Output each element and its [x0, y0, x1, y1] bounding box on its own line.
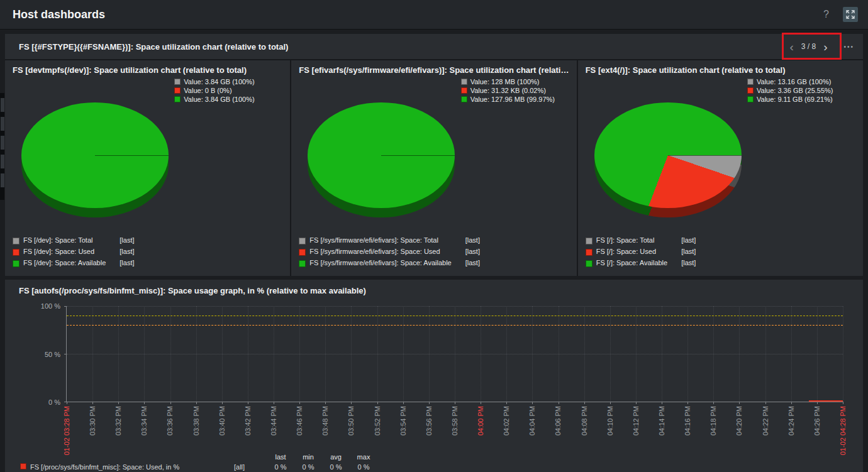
series-legend-label: FS [/dev]: Space: Total — [23, 236, 120, 247]
pie-widget-row: FS [devtmpfs(/dev)]: Space utilization c… — [5, 60, 863, 276]
x-axis-label: 03:46 PM — [296, 406, 303, 436]
next-page-button[interactable]: › — [821, 41, 830, 53]
series-legend-function: [last] — [465, 236, 480, 247]
series-legend-function: [last] — [681, 236, 696, 247]
legend-swatch-cell — [20, 463, 30, 471]
pie-widget-title: FS [devtmpfs(/dev)]: Space utilization c… — [13, 65, 282, 75]
vertical-gridline — [429, 306, 430, 402]
pie-image — [308, 102, 455, 218]
value-legend-text: Value: 0 B (0%) — [184, 86, 231, 95]
series-legend-function: [last] — [120, 258, 134, 270]
x-axis-label: 04:22 PM — [762, 406, 769, 436]
vertical-gridline — [274, 306, 274, 402]
graph-widget: FS [autofs(/proc/sys/fs/binfmt_misc)]: S… — [5, 280, 863, 472]
x-axis-label: 04:02 PM — [503, 406, 510, 436]
series-swatch-cell — [586, 247, 596, 258]
x-tickmark — [429, 402, 430, 404]
x-axis-label: 03:58 PM — [451, 406, 459, 436]
legend-swatch — [586, 249, 593, 256]
value-legend-item: Value: 3.36 GB (25.55%) — [747, 86, 854, 95]
x-axis-label: 03:44 PM — [270, 406, 277, 436]
x-tickmark — [791, 402, 792, 404]
x-axis-label: 04:04 PM — [528, 406, 536, 436]
x-tickmark — [636, 402, 637, 404]
dashboard-area: FS [{#FSTYPE}({#FSNAME})]: Space utiliza… — [0, 30, 868, 472]
x-axis-label: 03:50 PM — [347, 406, 355, 436]
series-swatch-cell — [299, 247, 309, 258]
x-tickmark — [144, 402, 145, 404]
legend-swatch — [20, 463, 26, 469]
x-axis-label: 01-02 04:28 PM — [839, 406, 847, 455]
y-axis-label-50: 50 % — [45, 351, 60, 358]
series-legend-row: FS [/sys/firmware/efi/efivars]: Space: U… — [299, 247, 480, 258]
help-icon[interactable]: ? — [823, 9, 829, 20]
legend-swatch — [586, 238, 593, 244]
vertical-gridline — [687, 306, 688, 402]
x-axis-label: 03:40 PM — [218, 406, 226, 436]
vertical-gridline — [532, 306, 533, 402]
vertical-gridline — [791, 306, 792, 402]
x-axis-label: 03:32 PM — [114, 406, 122, 436]
x-axis-label: 03:38 PM — [192, 406, 200, 436]
x-tickmark — [817, 402, 818, 404]
y-axis-label-0: 0 % — [48, 398, 60, 406]
iterator-widget-header: FS [{#FSTYPE}({#FSNAME})]: Space utiliza… — [5, 34, 863, 59]
plot-area[interactable]: 01-02 03:28 PM03:30 PM03:32 PM03:34 PM03… — [66, 306, 843, 402]
series-swatch-cell — [586, 258, 596, 270]
x-tickmark — [662, 402, 662, 404]
pie-chart-widget: FS [ext4(/)]: Space utilization chart (r… — [578, 60, 863, 276]
series-legend-function: [last] — [465, 258, 480, 270]
x-axis-label: 03:30 PM — [89, 406, 96, 436]
widget-menu-button[interactable]: ••• — [843, 43, 854, 50]
vertical-gridline — [299, 306, 300, 402]
x-tickmark — [532, 402, 533, 404]
series-swatch-cell — [13, 258, 23, 270]
pie-chart-area: Value: 128 MB (100%)Value: 31.32 KB (0.0… — [299, 76, 569, 233]
x-axis-label: 03:54 PM — [399, 406, 407, 436]
series-swatch-cell — [586, 236, 596, 247]
x-tickmark — [687, 402, 688, 404]
x-tickmark — [67, 402, 67, 404]
x-axis-label: 04:20 PM — [735, 406, 743, 436]
pie-chart-area: Value: 13.16 GB (100%)Value: 3.36 GB (25… — [586, 76, 855, 233]
vertical-gridline — [170, 306, 171, 402]
series-legend-label: FS [/dev]: Space: Used — [23, 247, 120, 258]
trigger-threshold-line — [67, 316, 843, 316]
series-legend-row: FS [/dev]: Space: Available[last] — [13, 258, 135, 270]
vertical-gridline — [584, 306, 585, 402]
series-legend-row: FS [/dev]: Space: Used[last] — [13, 247, 135, 258]
pie-widget-title: FS [efivarfs(/sys/firmware/efi/efivars)]… — [299, 65, 569, 75]
sidebar-flyout-edge[interactable] — [0, 93, 4, 200]
series-swatch-cell — [13, 236, 23, 247]
pie-top-face — [308, 102, 455, 208]
previous-page-button[interactable]: ‹ — [787, 41, 796, 53]
x-tickmark — [118, 402, 119, 404]
vertical-gridline — [325, 306, 326, 402]
plot-wrap: 100 % 50 % 0 % 01-02 03:28 PM03:30 PM03:… — [66, 306, 843, 402]
vertical-gridline — [713, 306, 714, 402]
legend-swatch — [174, 87, 181, 94]
page-title: Host dashboards — [13, 8, 823, 21]
y-tickmark — [64, 306, 67, 307]
series-swatch-cell — [299, 236, 309, 247]
vertical-gridline — [765, 306, 766, 402]
kiosk-mode-button[interactable] — [843, 7, 858, 22]
vertical-gridline — [843, 306, 843, 402]
series-legend-row: FS [/sys/firmware/efi/efivars]: Space: T… — [299, 236, 480, 247]
legend-swatch — [299, 260, 306, 267]
value-legend-text: Value: 127.96 MB (99.97%) — [470, 95, 555, 104]
x-axis-label: 04:24 PM — [787, 406, 795, 436]
pie-top-face — [21, 102, 169, 208]
value-legend-text: Value: 3.84 GB (100%) — [184, 77, 254, 86]
series-legend-row: FS [/]: Space: Total[last] — [586, 236, 696, 247]
vertical-gridline — [817, 306, 818, 402]
vertical-gridline — [144, 306, 145, 402]
graph-series-label: FS [/proc/sys/fs/binfmt_misc]: Space: Us… — [30, 463, 234, 471]
value-legend-item: Value: 13.16 GB (100%) — [747, 77, 854, 86]
value-legend-item: Value: 0 B (0%) — [174, 86, 281, 95]
vertical-gridline — [118, 306, 119, 402]
series-legend-label: FS [/sys/firmware/efi/efivars]: Space: A… — [309, 258, 465, 270]
legend-swatch — [747, 87, 754, 94]
value-legend-item: Value: 3.84 GB (100%) — [174, 77, 281, 86]
vertical-gridline — [559, 306, 559, 402]
